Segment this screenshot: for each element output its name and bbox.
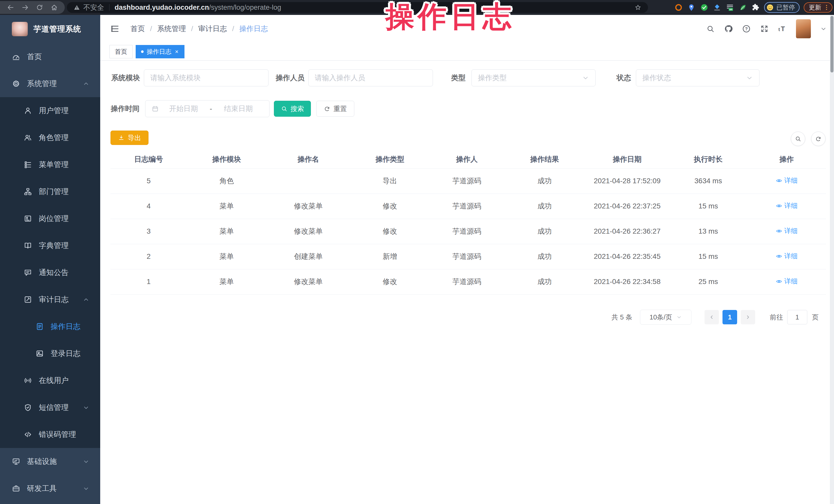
table-cell: 芋道源码 [430, 219, 504, 244]
detail-link[interactable]: 详细 [776, 176, 798, 185]
breadcrumb-item[interactable]: 审计日志 [198, 24, 227, 34]
table-cell: 芋道源码 [430, 168, 504, 194]
chevron-up-icon [83, 81, 89, 87]
app-logo-block[interactable]: 芋道管理系统 [0, 15, 100, 43]
refresh-table-button[interactable] [811, 132, 826, 146]
start-date-placeholder: 开始日期 [159, 104, 208, 114]
detail-link[interactable]: 详细 [776, 251, 798, 261]
extensions-area: on 已暂停 更新 [674, 2, 832, 13]
table-cell: 成功 [504, 269, 585, 294]
table-cell: 修改 [350, 269, 430, 294]
column-header: 操作模块 [187, 150, 266, 168]
export-button[interactable]: 导出 [110, 131, 149, 145]
sidebar-item-dept[interactable]: 部门管理 [0, 178, 100, 205]
table-cell-action: 详细 [747, 269, 826, 294]
page-unit-label: 页 [812, 313, 818, 322]
table-cell: 2021-04-26 22:36:27 [585, 219, 669, 244]
tab-label: 操作日志 [147, 47, 171, 56]
type-select[interactable]: 操作类型 [471, 69, 596, 86]
detail-link-label: 详细 [784, 277, 798, 286]
detail-link[interactable]: 详细 [776, 226, 798, 236]
scrollbar-thumb[interactable] [830, 16, 833, 72]
table-cell: 成功 [504, 194, 585, 219]
next-page-button[interactable] [741, 310, 755, 324]
sidebar-item-audit[interactable]: 审计日志 [0, 286, 100, 313]
sidebar-item-errcode[interactable]: 错误码管理 [0, 421, 100, 448]
page-size-select[interactable]: 10条/页 [640, 310, 692, 325]
breadcrumb-item: 操作日志 [239, 24, 268, 34]
chevron-down-icon [820, 25, 827, 32]
screen: 不安全 dashboard.yudao.iocoder.cn /system/l… [0, 0, 834, 504]
download-icon [118, 134, 125, 141]
module-placeholder: 请输入系统模块 [150, 73, 201, 83]
sidebar-item-user[interactable]: 用户管理 [0, 97, 100, 124]
table-cell: 修改 [350, 219, 430, 244]
eye-icon [776, 202, 782, 209]
sidebar-item-infra[interactable]: 基础设施 [0, 448, 100, 475]
tab-首页[interactable]: 首页 [109, 45, 133, 58]
ring-extension-icon[interactable] [674, 3, 683, 12]
browser-profile-pill[interactable]: 已暂停 [764, 2, 799, 13]
address-bar[interactable]: 不安全 dashboard.yudao.iocoder.cn /system/l… [67, 2, 648, 13]
browser-nav-zone [0, 1, 65, 14]
sidebar-item-devtool[interactable]: 研发工具 [0, 475, 100, 502]
home-icon [50, 4, 58, 11]
chevron-up-icon [83, 296, 89, 303]
sidebar-item-home[interactable]: 首页 [0, 43, 100, 70]
sidebar-item-menu[interactable]: 菜单管理 [0, 151, 100, 178]
sidebar-item-system[interactable]: 系统管理 [0, 70, 100, 97]
detail-link[interactable]: 详细 [776, 201, 798, 210]
green-check-extension-icon[interactable] [700, 3, 709, 12]
prev-page-button[interactable] [704, 310, 719, 324]
sidebar-item-role[interactable]: 角色管理 [0, 124, 100, 151]
type-placeholder: 操作类型 [478, 73, 507, 83]
location-pin-extension-icon[interactable] [687, 3, 696, 12]
table-cell: 成功 [504, 219, 585, 244]
table-row: 4菜单修改菜单修改芋道源码成功2021-04-26 22:37:2515 ms详… [110, 194, 826, 219]
table-cell: 3 [110, 219, 187, 244]
sidebar-item-dict[interactable]: 字典管理 [0, 232, 100, 259]
toggle-search-button[interactable] [791, 132, 805, 146]
app-title: 芋道管理系统 [34, 24, 81, 35]
table-cell: 修改 [350, 194, 430, 219]
user-avatar[interactable] [796, 19, 811, 38]
browser-update-button[interactable]: 更新 [804, 2, 832, 13]
column-header: 操作 [747, 150, 826, 168]
sidebar-item-operate-log[interactable]: 操作日志 [0, 313, 100, 340]
tab-操作日志[interactable]: 操作日志 [136, 45, 184, 58]
sidebar-item-online[interactable]: 在线用户 [0, 367, 100, 394]
breadcrumb-item[interactable]: 系统管理 [157, 24, 186, 34]
font-size-icon: tT [778, 24, 787, 33]
reset-button-label: 重置 [333, 104, 347, 113]
goto-page-input[interactable]: 1 [787, 310, 807, 324]
detail-link[interactable]: 详细 [776, 277, 798, 286]
operator-input[interactable]: 请输入操作人员 [308, 69, 433, 86]
leaf-extension-icon[interactable] [739, 3, 747, 12]
status-label: 状态 [614, 69, 631, 86]
sidebar-item-post[interactable]: 岗位管理 [0, 205, 100, 232]
refresh-icon [815, 135, 822, 142]
module-input[interactable]: 请输入系统模块 [144, 69, 268, 86]
column-header: 操作结果 [504, 150, 585, 168]
search-button[interactable]: 搜索 [274, 101, 311, 117]
diamond-extension-icon[interactable] [713, 3, 722, 12]
date-range-input[interactable]: 开始日期 - 结束日期 [145, 100, 269, 117]
sidebar-item-login-log[interactable]: 登录日志 [0, 340, 100, 367]
sidebar-item-notice[interactable]: 通知公告 [0, 259, 100, 286]
sync-paused-label: 已暂停 [776, 3, 795, 12]
status-select[interactable]: 操作状态 [636, 69, 760, 86]
operate-log-table: 日志编号操作模块操作名操作类型操作人操作结果操作日期执行时长操作 5角色导出芋道… [110, 150, 826, 294]
current-page-button[interactable]: 1 [723, 310, 737, 324]
column-header: 操作类型 [350, 150, 430, 168]
sidebar-item-sms[interactable]: 短信管理 [0, 394, 100, 421]
breadcrumb-item[interactable]: 首页 [131, 24, 145, 34]
profile-avatar-emoji [766, 4, 774, 11]
sidebar-item-label: 登录日志 [51, 349, 81, 359]
github-icon [724, 24, 733, 33]
reset-button[interactable]: 重置 [316, 101, 354, 117]
sidebar-item-label: 通知公告 [39, 267, 69, 278]
puzzle-extension-icon[interactable] [751, 3, 760, 12]
list-on-extension-icon[interactable]: on [726, 3, 734, 12]
sidebar-item-label: 用户管理 [39, 106, 69, 116]
page-scrollbar[interactable] [830, 15, 834, 504]
